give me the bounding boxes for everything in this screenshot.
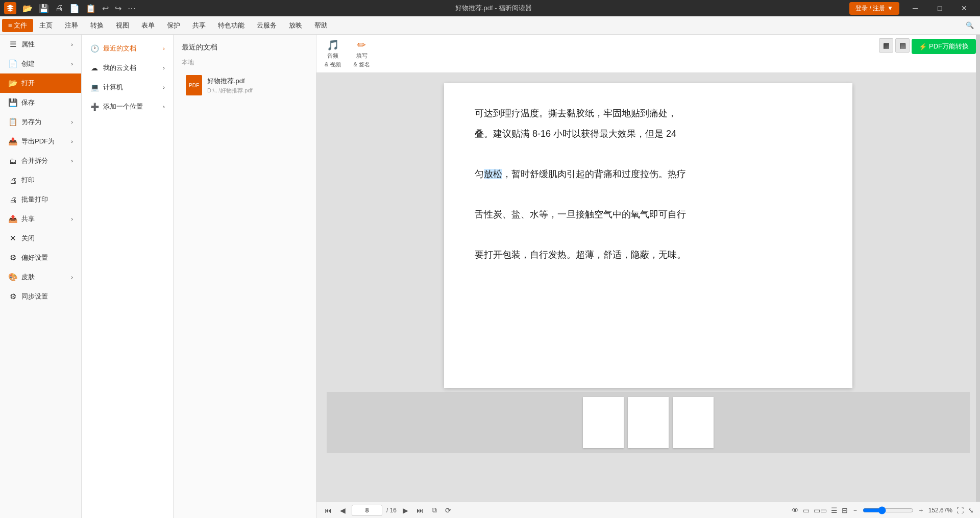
pdf-convert-button[interactable]: ⚡ PDF万能转换 — [912, 39, 976, 54]
doc-item[interactable]: PDF 好物推荐.pdf D:\...\好物推荐.pdf — [182, 71, 308, 100]
audio-video-tool[interactable]: 🎵 音频 & 视频 — [321, 37, 345, 70]
menu-item-skin[interactable]: 🎨 皮肤 › — [0, 267, 81, 287]
app-logo — [4, 2, 16, 14]
menu-annotate[interactable]: 注释 — [59, 19, 84, 32]
undo-icon[interactable]: ↩ — [100, 3, 111, 14]
export-icon[interactable]: 📋 — [84, 3, 98, 14]
computer-icon: 💻 — [90, 83, 99, 91]
zoom-label: 152.67% — [928, 507, 952, 514]
doc-name: 好物推荐.pdf — [207, 77, 253, 86]
menu-home[interactable]: 主页 — [33, 19, 59, 32]
arrow-icon: › — [163, 84, 165, 90]
thumbnail-view-button[interactable]: ⊟ — [842, 506, 848, 514]
menu-file[interactable]: ≡ 文件 — [2, 19, 33, 32]
more-icon[interactable]: ⋯ — [126, 3, 138, 14]
menu-item-save[interactable]: 💾 保存 — [0, 93, 81, 112]
menu-item-batch-print[interactable]: 🖨 批量打印 — [0, 190, 81, 209]
sub-menu-recent[interactable]: 🕐 最近的文档 › — [82, 39, 173, 58]
copy-page-button[interactable]: ⧉ — [430, 505, 439, 515]
sub-menu-cloud[interactable]: ☁ 我的云文档 › — [82, 58, 173, 78]
left-panel: ☰ 属性 › 📄 创建 › 📂 打开 💾 保存 📋 另存为 › 📤 导出PDF为… — [0, 35, 82, 518]
prev-page-button[interactable]: ◀ — [338, 505, 348, 515]
zoom-plus-button[interactable]: ＋ — [918, 506, 924, 515]
menu-form[interactable]: 表单 — [135, 19, 161, 32]
share-icon: 📤 — [8, 214, 17, 224]
fullscreen-button[interactable]: ⤡ — [968, 506, 974, 514]
close-button[interactable]: ✕ — [952, 0, 976, 16]
sub-menu-computer[interactable]: 💻 计算机 › — [82, 78, 173, 97]
menu-item-saveas[interactable]: 📋 另存为 › — [0, 112, 81, 132]
pdf-content[interactable]: 可达到理疗温度。撕去黏胶纸，牢固地贴到痛处， 叠。建议贴满 8-16 小时以获得… — [316, 73, 980, 518]
menu-slideshow[interactable]: 放映 — [283, 19, 308, 32]
menu-item-preferences[interactable]: ⚙ 偏好设置 — [0, 248, 81, 267]
menu-special[interactable]: 特色功能 — [212, 19, 251, 32]
menu-item-share[interactable]: 📤 共享 › — [0, 209, 81, 229]
bottombar: ⏮ ◀ / 16 ▶ ⏭ ⧉ ⟳ 👁 ▭ ▭▭ ☰ ⊟ － ＋ 152.67% … — [316, 502, 980, 518]
pdf-blank-space — [475, 265, 822, 367]
audio-video-icon: 🎵 — [327, 39, 339, 51]
eye-view-button[interactable]: 👁 — [792, 506, 799, 514]
search-button[interactable]: 🔍 — [962, 19, 978, 31]
menu-protect[interactable]: 保护 — [161, 19, 186, 32]
window-controls: ─ □ ✕ — [903, 0, 976, 16]
print-icon[interactable]: 🖨 — [53, 3, 65, 14]
first-page-button[interactable]: ⏮ — [323, 505, 334, 515]
maximize-button[interactable]: □ — [928, 0, 951, 16]
page-total: / 16 — [386, 507, 397, 514]
fit-window-button[interactable]: ⛶ — [957, 506, 964, 514]
sub-menu-add-location[interactable]: ➕ 添加一个位置 › — [82, 97, 173, 116]
pdf-text-7 — [475, 225, 822, 245]
arrow-icon: › — [163, 45, 165, 52]
menu-item-properties[interactable]: ☰ 属性 › — [0, 35, 81, 54]
toolbar-right: ▦ ▤ ⚡ PDF万能转换 — [879, 37, 976, 54]
arrow-icon: › — [163, 65, 165, 71]
scroll-page-button[interactable]: ☰ — [831, 506, 838, 514]
menu-cloud[interactable]: 云服务 — [251, 19, 283, 32]
menu-item-export[interactable]: 📤 导出PDF为 › — [0, 132, 81, 151]
arrow-icon: › — [71, 216, 73, 222]
menu-help[interactable]: 帮助 — [308, 19, 334, 32]
save-icon[interactable]: 💾 — [37, 3, 51, 14]
batch-print-icon: 🖨 — [8, 195, 17, 204]
double-page-button[interactable]: ▭▭ — [814, 506, 827, 514]
last-page-button[interactable]: ⏭ — [414, 505, 426, 515]
menu-item-open[interactable]: 📂 打开 — [0, 73, 81, 93]
zoom-minus-button[interactable]: － — [852, 506, 859, 515]
grid-view-button[interactable]: ▦ — [879, 38, 893, 53]
menu-item-close[interactable]: ✕ 关闭 — [0, 229, 81, 248]
merge-icon: 🗂 — [8, 157, 17, 165]
pdf-tools: 🎵 音频 & 视频 ✏ 填写 & 签名 — [321, 37, 374, 70]
menu-view[interactable]: 视图 — [110, 19, 135, 32]
doc-icon: PDF — [186, 75, 202, 95]
menu-item-create[interactable]: 📄 创建 › — [0, 54, 81, 73]
minimize-button[interactable]: ─ — [903, 0, 927, 16]
pdf-text-5 — [475, 184, 822, 205]
create-icon: 📄 — [8, 59, 17, 68]
menu-convert[interactable]: 转换 — [84, 19, 110, 32]
thumbnail-3 — [673, 397, 714, 448]
new-icon[interactable]: 📄 — [67, 3, 82, 14]
save-icon: 💾 — [8, 98, 17, 107]
sync-icon: ⚙ — [8, 292, 17, 301]
menu-item-sync[interactable]: ⚙ 同步设置 — [0, 287, 81, 306]
list-view-button[interactable]: ▤ — [895, 38, 910, 53]
single-page-button[interactable]: ▭ — [803, 506, 810, 514]
menu-share[interactable]: 共享 — [186, 19, 212, 32]
menu-item-print[interactable]: 🖨 打印 — [0, 170, 81, 190]
cloud-icon: ☁ — [90, 64, 99, 72]
login-button[interactable]: 登录 / 注册 ▼ — [849, 2, 899, 15]
zoom-slider[interactable] — [863, 506, 914, 514]
rotate-page-button[interactable]: ⟳ — [443, 505, 453, 515]
pdf-scrollbar[interactable] — [976, 35, 980, 518]
titlebar-right: 登录 / 注册 ▼ ─ □ ✕ — [849, 0, 976, 16]
redo-icon[interactable]: ↪ — [113, 3, 124, 14]
arrow-icon: › — [71, 274, 73, 280]
menu-item-merge[interactable]: 🗂 合并拆分 › — [0, 151, 81, 170]
add-location-icon: ➕ — [90, 103, 99, 111]
arrow-icon: › — [71, 138, 73, 144]
next-page-button[interactable]: ▶ — [401, 505, 410, 515]
page-number-input[interactable] — [352, 505, 382, 516]
open-icon[interactable]: 📂 — [20, 3, 35, 14]
recent-section-label: 本地 — [182, 58, 308, 67]
fill-sign-tool[interactable]: ✏ 填写 & 签名 — [349, 37, 374, 70]
